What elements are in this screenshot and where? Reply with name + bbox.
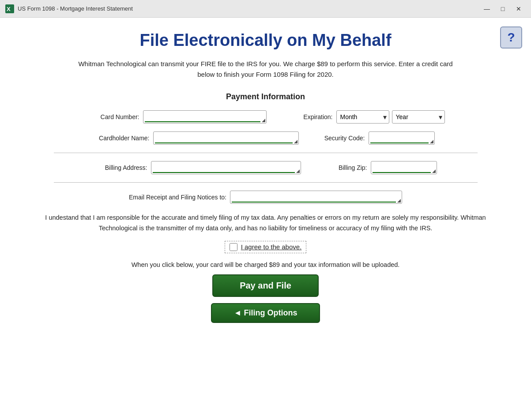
expiration-group: Expiration: Month 01020304 05060708 0910… bbox=[280, 110, 445, 124]
charge-notice: When you click below, your card will be … bbox=[35, 261, 496, 268]
cardholder-name-input[interactable] bbox=[153, 131, 299, 145]
billing-address-label: Billing Address: bbox=[94, 164, 147, 171]
expiration-month-select[interactable]: Month 01020304 05060708 09101112 bbox=[336, 110, 389, 124]
email-row: Email Receipt and Filing Notices to: bbox=[54, 191, 478, 204]
minimize-button[interactable]: — bbox=[480, 4, 494, 14]
security-code-group: Security Code: bbox=[312, 131, 435, 145]
billing-zip-input[interactable] bbox=[371, 161, 437, 174]
billing-address-group: Billing Address: bbox=[94, 161, 301, 174]
help-button[interactable]: ? bbox=[500, 26, 522, 49]
billing-address-input[interactable] bbox=[151, 161, 301, 174]
security-code-label: Security Code: bbox=[312, 135, 365, 142]
email-pencil-icon bbox=[397, 199, 401, 202]
billing-zip-label: Billing Zip: bbox=[314, 164, 367, 171]
expiration-year-select[interactable]: Year 2021202220232024 2025202620272028 2… bbox=[392, 110, 445, 124]
form-divider-1 bbox=[54, 153, 478, 153]
payment-section-title: Payment Information bbox=[54, 92, 478, 101]
billing-zip-wrapper bbox=[371, 161, 437, 174]
cardholder-name-wrapper bbox=[153, 131, 299, 145]
pay-and-file-button[interactable]: Pay and File bbox=[212, 274, 319, 297]
agree-row: I agree to the above. bbox=[35, 241, 496, 253]
disclaimer-text: I undestand that I am responsible for th… bbox=[45, 213, 486, 234]
main-content: ? File Electronically on My Behalf Whitm… bbox=[0, 18, 531, 420]
card-number-wrapper bbox=[143, 110, 267, 124]
page-title: File Electronically on My Behalf bbox=[35, 31, 496, 50]
card-number-input[interactable] bbox=[143, 110, 267, 124]
security-pencil-icon bbox=[430, 140, 433, 143]
zip-pencil-icon bbox=[432, 169, 436, 173]
email-label: Email Receipt and Filing Notices to: bbox=[129, 194, 226, 201]
billing-zip-group: Billing Zip: bbox=[314, 161, 437, 174]
email-input[interactable] bbox=[230, 191, 402, 204]
close-button[interactable]: ✕ bbox=[512, 4, 526, 14]
title-bar: X US Form 1098 - Mortgage Interest State… bbox=[0, 0, 531, 18]
expiration-year-wrapper: Year 2021202220232024 2025202620272028 2… bbox=[392, 110, 445, 124]
security-code-input[interactable] bbox=[369, 131, 435, 145]
payment-row-1: Card Number: Expiration: Month 01020304 … bbox=[54, 110, 478, 124]
card-number-label: Card Number: bbox=[87, 113, 139, 120]
billing-address-pencil-icon bbox=[296, 169, 300, 173]
maximize-button[interactable]: □ bbox=[496, 4, 510, 14]
expiration-month-wrapper: Month 01020304 05060708 09101112 ▾ bbox=[336, 110, 389, 124]
filing-options-button[interactable]: ◄ Filing Options bbox=[211, 303, 320, 323]
card-number-group: Card Number: bbox=[87, 110, 267, 124]
form-divider-2 bbox=[54, 182, 478, 183]
expiration-label: Expiration: bbox=[280, 113, 333, 120]
billing-address-wrapper bbox=[151, 161, 301, 174]
app-icon: X bbox=[5, 4, 14, 13]
form-section: Payment Information Card Number: Expirat… bbox=[54, 92, 478, 204]
security-code-wrapper bbox=[369, 131, 435, 145]
title-bar-left: X US Form 1098 - Mortgage Interest State… bbox=[5, 4, 133, 13]
email-wrapper bbox=[230, 191, 402, 204]
cardholder-pencil-icon bbox=[294, 140, 298, 143]
page-description: Whitman Technological can transmit your … bbox=[76, 59, 456, 80]
payment-row-2: Cardholder Name: Security Code: bbox=[54, 131, 478, 145]
cardholder-name-group: Cardholder Name: bbox=[97, 131, 299, 145]
agree-label[interactable]: I agree to the above. bbox=[241, 243, 302, 251]
billing-row: Billing Address: Billing Zip: bbox=[54, 161, 478, 174]
pencil-icon bbox=[262, 119, 265, 122]
expiration-selects: Month 01020304 05060708 09101112 ▾ Year … bbox=[336, 110, 445, 124]
title-bar-controls: — □ ✕ bbox=[480, 4, 526, 14]
window-title: US Form 1098 - Mortgage Interest Stateme… bbox=[18, 5, 133, 12]
agree-dashed-box: I agree to the above. bbox=[225, 241, 307, 253]
cardholder-name-label: Cardholder Name: bbox=[97, 135, 150, 142]
svg-text:X: X bbox=[7, 6, 11, 12]
help-icon: ? bbox=[507, 30, 515, 45]
agree-checkbox[interactable] bbox=[230, 243, 237, 251]
